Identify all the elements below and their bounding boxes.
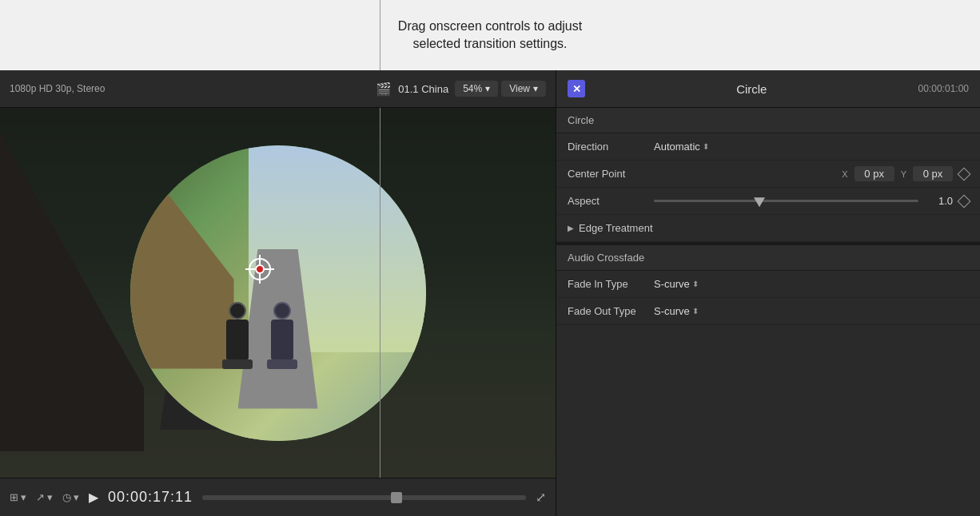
magic-chevron: ▾ — [47, 491, 53, 503]
inspector-content[interactable]: Circle Direction Automatic ⬍ Center Poin… — [556, 108, 980, 516]
rider1-bike — [222, 359, 253, 369]
layout-chevron: ▾ — [21, 491, 26, 503]
crosshair-inner — [255, 264, 265, 274]
resolution-label: 1080p HD 30p, Stereo — [10, 83, 369, 94]
rider1-body — [226, 320, 249, 359]
crosshair-control[interactable] — [249, 258, 271, 280]
edge-treatment-label: Edge Treatment — [579, 222, 653, 234]
progress-bar[interactable] — [202, 495, 526, 500]
video-panel: 1080p HD 30p, Stereo 🎬 01.1 China 54% ▾ … — [0, 70, 556, 516]
aspect-value: 1.0 — [925, 195, 953, 207]
edge-treatment-arrow: ▶ — [568, 224, 574, 232]
center-point-row: Center Point X 0 px Y 0 px — [556, 161, 980, 188]
speed-icon: ◷ — [62, 491, 71, 503]
riders-group — [222, 302, 297, 369]
inspector-icon: ✕ — [568, 80, 585, 97]
tooltip-line1: Drag onscreen controls to adjust — [398, 19, 582, 33]
aspect-row: Aspect 1.0 — [556, 188, 980, 215]
layout-button[interactable]: ⊞ ▾ — [10, 491, 26, 503]
fade-in-label: Fade In Type — [568, 278, 647, 290]
fade-in-chevron: ⬍ — [692, 280, 699, 288]
circle-transition-overlay[interactable] — [130, 145, 426, 441]
inspector-header: ✕ Circle 00:00:01:00 — [556, 70, 980, 108]
rider2-bike — [267, 359, 297, 369]
play-icon: ▶ — [89, 490, 98, 504]
zoom-chevron: ▾ — [485, 83, 490, 94]
fullscreen-button[interactable]: ⤢ — [536, 490, 546, 505]
inspector-icon-symbol: ✕ — [572, 83, 581, 95]
x-field[interactable]: 0 px — [855, 166, 894, 181]
inspector-timecode: 00:00:01:00 — [918, 83, 969, 94]
speed-chevron: ▾ — [74, 491, 79, 503]
tooltip-text: Drag onscreen controls to adjust selecte… — [398, 18, 582, 54]
fade-out-chevron: ⬍ — [692, 307, 699, 316]
tooltip-area: Drag onscreen controls to adjust selecte… — [0, 0, 980, 70]
audio-crossfade-heading: Audio Crossfade — [556, 242, 980, 271]
circle-cliff — [130, 145, 234, 369]
zoom-button[interactable]: 54% ▾ — [455, 81, 498, 97]
tooltip-line2: selected transition settings. — [413, 37, 568, 50]
layout-icon: ⊞ — [10, 491, 18, 503]
fade-in-row: Fade In Type S-curve ⬍ — [556, 271, 980, 298]
film-icon: 🎬 — [376, 81, 392, 97]
fade-out-row: Fade Out Type S-curve ⬍ — [556, 298, 980, 325]
y-label: Y — [901, 169, 906, 179]
inspector-title: Circle — [592, 82, 912, 96]
direction-row: Direction Automatic ⬍ — [556, 133, 980, 161]
y-field[interactable]: 0 px — [913, 166, 953, 181]
aspect-label: Aspect — [568, 195, 647, 207]
playhead-line — [380, 108, 380, 478]
rider2-head — [273, 302, 291, 320]
view-chevron: ▾ — [533, 83, 538, 94]
zoom-level: 54% — [463, 83, 482, 94]
direction-chevron: ⬍ — [703, 142, 709, 151]
fade-out-dropdown[interactable]: S-curve ⬍ — [654, 305, 699, 317]
edge-treatment-row[interactable]: ▶ Edge Treatment — [556, 215, 980, 242]
video-canvas[interactable] — [0, 108, 556, 478]
fade-in-value: S-curve — [654, 278, 690, 290]
video-bottombar: ⊞ ▾ ↗ ▾ ◷ ▾ ▶ 00:00:17:11 ⤢ — [0, 478, 556, 516]
direction-label: Direction — [568, 141, 647, 153]
direction-dropdown[interactable]: Automatic ⬍ — [654, 141, 709, 153]
section-circle-heading: Circle — [556, 108, 980, 133]
tooltip-line-indicator — [380, 0, 380, 70]
fullscreen-icon: ⤢ — [536, 490, 546, 504]
clip-name: 01.1 China — [398, 83, 448, 95]
main-layout: 1080p HD 30p, Stereo 🎬 01.1 China 54% ▾ … — [0, 70, 980, 516]
video-topbar: 1080p HD 30p, Stereo 🎬 01.1 China 54% ▾ … — [0, 70, 556, 108]
direction-value: Automatic — [654, 141, 700, 153]
view-button[interactable]: View ▾ — [501, 81, 546, 97]
center-point-label: Center Point — [568, 168, 647, 180]
view-label: View — [509, 83, 530, 94]
center-point-keyframe[interactable] — [958, 167, 971, 181]
fade-out-label: Fade Out Type — [568, 305, 647, 317]
inspector-panel: ✕ Circle 00:00:01:00 Circle Direction Au… — [556, 70, 980, 516]
rider-1 — [222, 302, 253, 369]
center-point-controls: X 0 px Y 0 px — [654, 166, 969, 181]
magic-button[interactable]: ↗ ▾ — [36, 491, 53, 503]
progress-thumb[interactable] — [391, 492, 402, 503]
timecode-display: 00:00:17:11 — [108, 489, 193, 506]
aspect-thumb — [754, 197, 765, 207]
speed-button[interactable]: ◷ ▾ — [62, 491, 79, 503]
aspect-keyframe[interactable] — [958, 194, 971, 208]
play-button[interactable]: ▶ — [89, 490, 98, 505]
rider1-head — [229, 302, 246, 320]
x-label: X — [842, 169, 847, 179]
magic-icon: ↗ — [36, 491, 45, 503]
rider2-body — [271, 320, 293, 359]
aspect-slider[interactable] — [654, 200, 918, 202]
fade-in-dropdown[interactable]: S-curve ⬍ — [654, 278, 699, 290]
topbar-right: 54% ▾ View ▾ — [455, 81, 546, 97]
rider-2 — [267, 302, 297, 369]
fade-out-value: S-curve — [654, 305, 690, 317]
circle-inner — [130, 145, 426, 441]
